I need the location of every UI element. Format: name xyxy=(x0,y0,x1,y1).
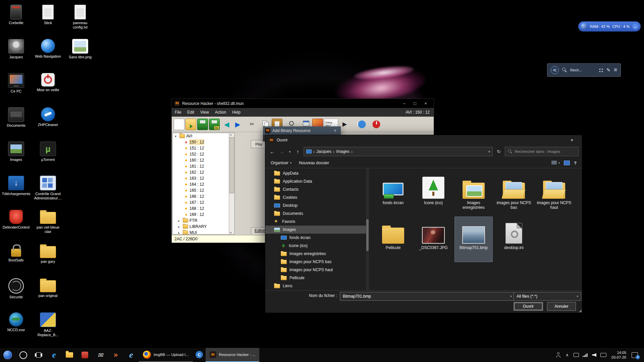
title-bar[interactable]: Resource Hacker - shell32.dll.mun – □ × xyxy=(172,99,434,108)
dialog-title-bar[interactable]: Ouvrir × xyxy=(265,135,582,145)
menu-icon[interactable] xyxy=(614,67,617,73)
view-mode-button[interactable]: ▾ xyxy=(551,161,560,165)
file-explorer-icon[interactable] xyxy=(62,348,77,362)
cortana-button[interactable] xyxy=(15,348,31,362)
history-dropdown-icon[interactable]: ▾ xyxy=(287,150,292,154)
sidebar-folder-item[interactable]: Pellicule xyxy=(265,274,366,282)
open-button[interactable]: Ouvrir xyxy=(514,302,543,311)
tree-node-avi[interactable]: ▾ AVI xyxy=(173,133,229,139)
sidebar-folder-item[interactable]: Icone (ico) xyxy=(265,242,366,250)
go-forward-icon[interactable] xyxy=(235,119,245,130)
sidebar-folder-item[interactable]: fonds écran xyxy=(265,234,366,242)
sidebar-scrollbar[interactable] xyxy=(366,168,369,290)
search-box[interactable]: Rechercher dans : Images xyxy=(505,147,579,156)
display-icon[interactable] xyxy=(572,350,580,360)
tree-scrollbar[interactable] xyxy=(229,133,234,234)
clock[interactable]: 14:05 03-07-20 xyxy=(608,350,629,360)
tree-leaf-avi-resource[interactable]: 168 : 12 xyxy=(173,205,229,212)
sidebar-folder-item[interactable]: Desktop xyxy=(265,201,366,209)
desktop-icon-securite[interactable]: Sécurité xyxy=(1,278,32,312)
desktop-icon-bootsafe[interactable]: BootSafe xyxy=(1,243,32,278)
play-icon[interactable] xyxy=(342,119,353,130)
filetype-select[interactable]: All files (*.*) ▾ xyxy=(514,292,581,301)
desktop-icon-documents[interactable]: Documents xyxy=(1,107,32,141)
dialog-title-bar[interactable]: Add Binary Resource × xyxy=(263,126,341,135)
sidebar-folder-item[interactable]: images pour NCPS haut xyxy=(265,266,366,274)
desktop-icon-controle-grand-admin[interactable]: Contrôle Grand Administrateur.... xyxy=(33,175,63,209)
task-view-button[interactable] xyxy=(31,348,46,362)
tree-leaf-avi-resource[interactable]: 160 : 12 xyxy=(173,157,229,163)
save-file-icon[interactable] xyxy=(197,119,208,130)
maximize-button[interactable]: □ xyxy=(410,101,420,106)
desktop-icon-aaz-replace[interactable]: AAZ-Replace_B... xyxy=(33,312,63,346)
desktop-icon-utorrent[interactable]: µTorrent xyxy=(33,141,63,175)
up-button[interactable]: ↑ xyxy=(294,149,302,155)
go-back-icon[interactable] xyxy=(224,119,234,130)
desktop-icon-defendercontrol[interactable]: DefenderControl xyxy=(1,209,32,243)
expand-caret-icon[interactable]: ▸ xyxy=(178,225,181,229)
people-icon[interactable] xyxy=(554,350,562,360)
tree-leaf-avi-resource[interactable]: 151 : 12 xyxy=(173,145,229,151)
desktop-icon-pan-gary[interactable]: pan gary xyxy=(33,243,63,278)
close-icon[interactable]: × xyxy=(331,128,339,133)
sidebar-folder-item[interactable]: Application Data xyxy=(265,177,366,185)
cancel-button[interactable]: Annuler xyxy=(547,302,576,311)
breadcrumb-item-images[interactable]: Images xyxy=(336,149,349,154)
resize-grip[interactable] xyxy=(579,308,582,313)
tree-leaf-avi-resource[interactable]: 163 : 12 xyxy=(173,175,229,181)
file-item[interactable]: Pellicule xyxy=(374,217,412,262)
sidebar-folder-item[interactable]: Images xyxy=(265,226,366,234)
edge-icon[interactable] xyxy=(46,348,62,362)
tree-leaf-avi-resource[interactable]: 166 : 12 xyxy=(173,193,229,199)
help-icon[interactable] xyxy=(574,161,577,166)
expand-caret-icon[interactable]: ▸ xyxy=(178,231,181,235)
desktop-icon-pan-ciel-bleue-clair[interactable]: pan ciel bleue clair xyxy=(33,209,63,243)
file-item[interactable]: images pour NCPS haut xyxy=(535,172,573,217)
file-item[interactable]: desktop.ini xyxy=(495,217,533,262)
tree-leaf-avi-resource[interactable]: 150 : 12 xyxy=(173,139,229,145)
breadcrumb[interactable]: › Jacques › Images › ▾ xyxy=(304,147,493,156)
sidebar-folder-item[interactable]: images pour NCPS bas xyxy=(265,258,366,266)
quick-launch-chevrons-icon[interactable] xyxy=(108,348,123,362)
desktop-icon-ce-pc[interactable]: Ce PC xyxy=(1,72,32,107)
file-item[interactable]: Icone (ico) xyxy=(415,172,452,217)
back-button[interactable]: ← xyxy=(269,149,276,155)
desktop-icon-web-navigation[interactable]: Web Navigation xyxy=(33,38,63,72)
chevron-down-icon[interactable]: ▾ xyxy=(577,295,578,298)
collapse-caret-icon[interactable]: ▾ xyxy=(175,134,178,138)
search-label[interactable]: Rech... xyxy=(570,68,595,72)
search-icon[interactable] xyxy=(562,68,567,72)
breadcrumb-item-jacques[interactable]: Jacques xyxy=(316,149,331,154)
sidebar-folder-item[interactable]: Contacts xyxy=(265,185,366,193)
taskbar-task-imgbb[interactable]: ImgBB — Upload I... xyxy=(139,348,193,362)
file-item[interactable]: fonds écran xyxy=(374,172,412,217)
tree-leaf-avi-resource[interactable]: 169 : 12 xyxy=(173,212,229,218)
sidebar-folder-item[interactable]: Images enregistrées xyxy=(265,250,366,258)
breadcrumb-dropdown-icon[interactable]: ▾ xyxy=(488,150,490,154)
new-folder-button[interactable]: Nouveau dossier xyxy=(299,161,329,165)
desktop-icon-nccd[interactable]: NCCD.exe xyxy=(1,312,32,346)
cut-icon[interactable] xyxy=(250,119,260,130)
tree-leaf-avi-resource[interactable]: 152 : 12 xyxy=(173,151,229,157)
tree-node[interactable]: ▸ FTR xyxy=(173,218,229,224)
tree-leaf-avi-resource[interactable]: 165 : 12 xyxy=(173,187,229,193)
organize-button[interactable]: Organiser ▾ xyxy=(271,161,291,165)
mail-icon[interactable] xyxy=(93,348,108,362)
close-icon[interactable]: × xyxy=(565,135,579,145)
start-button[interactable] xyxy=(0,348,15,362)
close-button[interactable]: × xyxy=(420,101,431,106)
desktop-icon-images[interactable]: Images xyxy=(1,141,32,175)
sidebar-folder-item[interactable]: Cookies xyxy=(265,193,366,201)
desktop-icon-stick[interactable]: Stick xyxy=(33,4,63,38)
tree-leaf-avi-resource[interactable]: 167 : 12 xyxy=(173,199,229,205)
desktop-icon-corbeille[interactable]: Corbeille xyxy=(1,4,32,38)
tree-leaf-avi-resource[interactable]: 162 : 12 xyxy=(173,169,229,175)
filename-input[interactable]: Bitmap701.bmp ▾ xyxy=(340,292,515,301)
desktop-icon-mise-en-veille[interactable]: Mise en veille xyxy=(33,72,63,107)
pen-icon[interactable] xyxy=(606,67,610,73)
info-icon[interactable] xyxy=(357,119,367,130)
sidebar-folder-item[interactable]: Favoris xyxy=(265,218,366,226)
desktop-icon-jacques[interactable]: Jacques xyxy=(1,38,32,72)
expand-caret-icon[interactable]: ▸ xyxy=(178,219,181,223)
new-file-icon[interactable] xyxy=(174,119,184,130)
